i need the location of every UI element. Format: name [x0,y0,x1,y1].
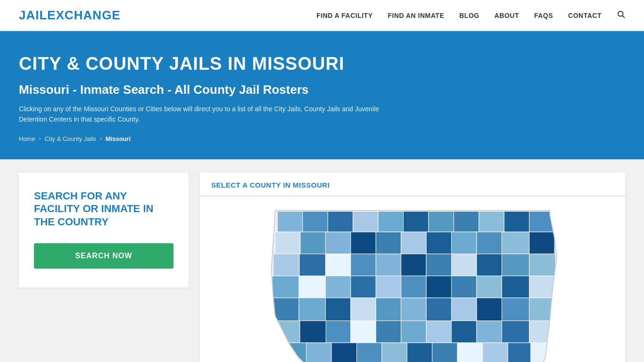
svg-rect-41 [426,276,451,298]
svg-rect-74 [432,343,457,362]
svg-rect-52 [426,298,451,321]
svg-rect-76 [483,343,508,362]
svg-rect-36 [299,276,325,298]
svg-rect-77 [508,343,531,362]
search-icon[interactable] [617,10,625,21]
right-panel: SELECT A COUNTY IN MISSOURI [200,173,625,362]
logo-exchange: EXCHANGE [47,8,120,22]
search-card-title: SEARCH FOR ANY FACILITY OR INMATE IN THE… [34,189,173,229]
hero-description: Clicking on any of the Missouri Counties… [19,104,405,125]
svg-rect-13 [275,232,300,254]
svg-rect-65 [477,321,502,343]
svg-rect-30 [426,254,451,276]
svg-rect-59 [326,321,350,343]
svg-rect-38 [351,276,376,298]
svg-line-1 [622,16,624,17]
svg-rect-9 [454,211,479,232]
svg-rect-43 [477,276,502,298]
main-content: SEARCH FOR ANY FACILITY OR INMATE IN THE… [0,159,644,362]
svg-rect-19 [426,232,451,254]
site-logo[interactable]: JAILEXCHANGE [19,8,121,23]
svg-rect-53 [452,298,477,321]
svg-rect-29 [401,254,426,276]
page-subtitle: Missouri - Inmate Search - All County Ja… [19,82,625,97]
svg-rect-51 [401,298,426,321]
svg-rect-27 [351,254,376,276]
nav-about[interactable]: ABOUT [495,12,519,19]
svg-rect-10 [479,211,504,232]
svg-rect-68 [280,343,306,362]
map-header-title: SELECT A COUNTY IN MISSOURI [211,181,614,189]
svg-rect-18 [401,232,426,254]
svg-rect-61 [376,321,401,343]
svg-rect-21 [477,232,502,254]
nav-faqs[interactable]: FAQs [534,12,553,19]
svg-rect-40 [401,276,426,298]
svg-rect-23 [529,232,554,254]
search-now-button[interactable]: SEARCH NOW [34,243,173,269]
map-header: SELECT A COUNTY IN MISSOURI [200,173,625,197]
svg-rect-4 [328,211,353,232]
svg-rect-25 [299,254,325,276]
breadcrumb-home[interactable]: Home [19,135,35,142]
svg-rect-12 [529,211,554,232]
svg-rect-22 [502,232,529,254]
svg-rect-39 [376,276,401,298]
svg-rect-7 [404,211,429,232]
left-panel: SEARCH FOR ANY FACILITY OR INMATE IN THE… [19,173,189,362]
nav-contact[interactable]: CONTACT [568,12,602,19]
svg-rect-34 [529,254,555,276]
svg-rect-73 [407,343,432,362]
svg-rect-8 [429,211,454,232]
svg-rect-32 [477,254,502,276]
svg-rect-14 [300,232,325,254]
breadcrumb-city-county[interactable]: City & County Jails [45,135,96,142]
svg-rect-71 [356,343,381,362]
nav-blog[interactable]: BLOG [459,12,479,19]
main-nav: FIND A FACILITY FIND AN INMATE BLOG ABOU… [316,10,625,21]
svg-rect-26 [325,254,350,276]
svg-rect-6 [378,211,403,232]
svg-rect-17 [376,232,401,254]
search-card: SEARCH FOR ANY FACILITY OR INMATE IN THE… [19,173,189,288]
svg-rect-44 [502,276,529,298]
breadcrumb-sep-2: › [100,135,102,142]
svg-rect-2 [277,211,302,232]
svg-rect-20 [452,232,477,254]
breadcrumb-sep-1: › [39,135,41,142]
svg-rect-37 [325,276,350,298]
svg-rect-33 [502,254,529,276]
svg-rect-66 [502,321,529,343]
svg-rect-5 [353,211,378,232]
missouri-map[interactable] [252,201,573,362]
svg-rect-49 [351,298,376,321]
svg-rect-69 [306,343,331,362]
nav-find-inmate[interactable]: FIND AN INMATE [388,12,444,19]
svg-rect-16 [351,232,376,254]
nav-find-facility[interactable]: FIND A FACILITY [316,12,372,19]
svg-rect-55 [502,298,529,321]
svg-rect-70 [331,343,356,362]
hero-banner: CITY & COUNTY JAILS IN MISSOURI Missouri… [0,31,644,159]
site-header: JAILEXCHANGE FIND A FACILITY FIND AN INM… [0,0,644,31]
svg-rect-72 [382,343,407,362]
svg-rect-63 [426,321,451,343]
svg-rect-11 [504,211,529,232]
svg-rect-31 [452,254,477,276]
svg-rect-75 [457,343,482,362]
breadcrumb: Home › City & County Jails › Missouri [19,135,625,142]
svg-rect-24 [273,254,299,276]
breadcrumb-current: Missouri [106,135,131,142]
svg-rect-58 [300,321,326,343]
svg-rect-48 [325,298,350,321]
svg-rect-28 [376,254,401,276]
svg-rect-42 [452,276,477,298]
svg-rect-54 [477,298,502,321]
svg-rect-47 [299,298,325,321]
svg-rect-60 [351,321,376,343]
svg-rect-15 [325,232,350,254]
svg-rect-35 [272,276,299,298]
svg-rect-62 [401,321,426,343]
page-title: CITY & COUNTY JAILS IN MISSOURI [19,54,625,74]
logo-jail: JAIL [19,8,47,22]
